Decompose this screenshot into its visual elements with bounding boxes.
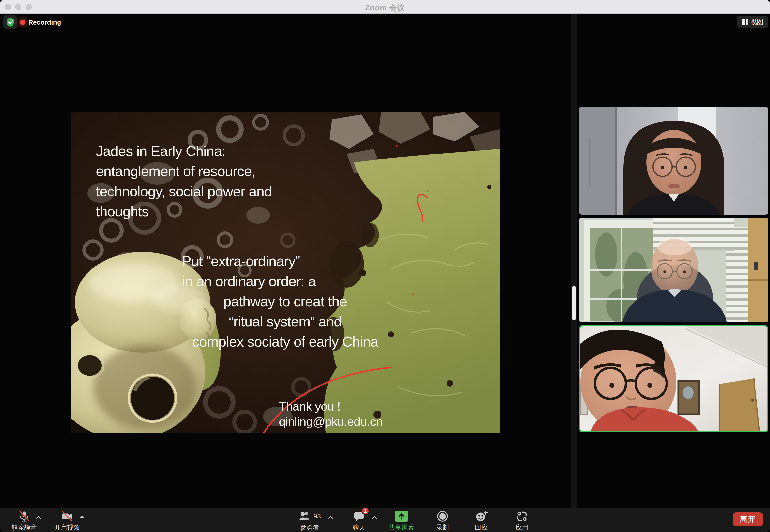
participants-count: 93: [314, 513, 321, 520]
participants-button[interactable]: 93 参会者: [290, 510, 329, 532]
apps-label: 应用: [515, 523, 528, 532]
slide-thanks-block: Thank you ! qinling@pku.edu.cn: [279, 399, 383, 429]
participants-icon: [299, 511, 311, 522]
chevron-up-icon: [79, 516, 84, 521]
record-label: 录制: [436, 523, 449, 532]
zoom-meeting-window: Zoom 会议 Recording 视图: [0, 0, 770, 532]
leave-label: 离开: [740, 514, 756, 524]
recording-dot: [20, 20, 25, 25]
participants-label: 参会者: [300, 523, 319, 532]
apps-button[interactable]: 应用: [508, 510, 536, 532]
reactions-button[interactable]: 回应: [467, 510, 495, 532]
chevron-up-icon: [328, 516, 333, 521]
reactions-label: 回应: [475, 523, 488, 532]
view-label: 视图: [751, 18, 763, 26]
participant-video-2[interactable]: [579, 218, 768, 322]
reactions-smiley-icon: [475, 510, 488, 522]
view-layout-icon: [742, 19, 748, 25]
share-screen-button[interactable]: 共享屏幕: [385, 510, 418, 532]
webcam-scene-woman: [579, 107, 768, 215]
chevron-up-icon: [372, 516, 377, 521]
chat-label: 聊天: [353, 523, 365, 532]
window-title: Zoom 会议: [0, 3, 770, 13]
window-titlebar: Zoom 会议: [0, 0, 770, 14]
mute-label: 解除静音: [11, 523, 37, 532]
apps-icon: [516, 510, 528, 522]
video-options-caret[interactable]: [78, 514, 85, 521]
participants-options-caret[interactable]: [327, 514, 334, 521]
slide-body-line: complex sociaty of early China: [182, 332, 388, 352]
slide-body-line: pathway to creat the: [182, 291, 388, 311]
mute-options-caret[interactable]: [35, 514, 42, 521]
view-button[interactable]: 视图: [737, 16, 768, 28]
shared-screen-slide: Jades in Early China: entanglement of re…: [71, 112, 500, 433]
thank-you-text: Thank you !: [279, 399, 383, 414]
slide-title: Jades in Early China: entanglement of re…: [96, 141, 272, 222]
security-button[interactable]: [3, 15, 17, 29]
record-button[interactable]: 录制: [429, 510, 456, 532]
drag-handle[interactable]: [572, 286, 576, 320]
slide-title-line: Jades in Early China:: [96, 141, 272, 161]
chat-options-caret[interactable]: [371, 514, 378, 521]
webcam-scene-man-office: [579, 218, 768, 322]
chat-notification-badge: 1: [361, 507, 369, 515]
recording-label: Recording: [28, 19, 61, 26]
slide-title-line: thoughts: [96, 201, 272, 222]
share-screen-icon: [395, 511, 408, 522]
leave-meeting-button[interactable]: 离开: [733, 512, 763, 526]
slide-body-line: Put “extra-ordinary”: [182, 251, 388, 271]
chevron-up-icon: [36, 516, 41, 521]
record-icon: [437, 511, 448, 522]
start-video-label: 开启视频: [54, 523, 80, 532]
slide-title-line: technology, social power and: [96, 181, 272, 201]
participant-video-3-active-speaker[interactable]: [579, 325, 768, 432]
mic-muted-icon: [18, 510, 30, 522]
slide-body-text: Put “extra-ordinary” in an ordinary orde…: [182, 251, 388, 352]
share-screen-label: 共享屏幕: [389, 523, 414, 532]
camera-off-icon: [61, 510, 73, 522]
email-text: qinling@pku.edu.cn: [279, 414, 383, 429]
panel-divider: [571, 14, 577, 508]
slide-body-line: in an ordinary order: a: [182, 271, 388, 291]
slide-title-line: entanglement of resource,: [96, 161, 272, 181]
slide-body-line: “ritual system” and: [182, 311, 388, 332]
webcam-scene-man-speaking: [581, 326, 767, 431]
chat-button[interactable]: 1 聊天: [344, 510, 374, 532]
participant-video-1[interactable]: [579, 107, 768, 215]
shield-check-icon: [5, 17, 15, 27]
